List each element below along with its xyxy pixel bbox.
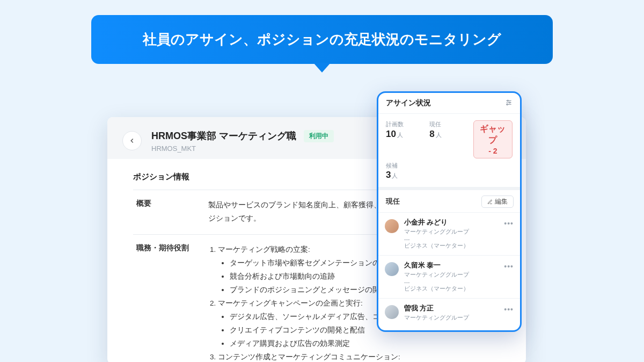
member-name: 曽我 方正 bbox=[404, 304, 469, 313]
more-icon[interactable]: ••• bbox=[504, 219, 514, 228]
status-badge: 利用中 bbox=[304, 130, 334, 142]
stat-candidate-value: 3 bbox=[386, 170, 391, 180]
member-name: 久留米 泰一 bbox=[404, 261, 469, 270]
stat-current-value: 8 bbox=[429, 129, 434, 139]
overview-label: 概要 bbox=[133, 199, 208, 226]
arrow-left-icon bbox=[128, 137, 136, 144]
position-title: HRMOS事業部 マーケティング職 bbox=[151, 129, 296, 142]
svg-point-3 bbox=[507, 100, 508, 101]
member-row[interactable]: 小金井 みどりマーケティンググループ---ビジネス（マーケター）••• bbox=[378, 212, 520, 255]
stats-grid: 計画数 10人 現任 8人 ギャップ - 2 bbox=[378, 114, 520, 162]
unit: 人 bbox=[436, 132, 442, 138]
duties-label: 職務・期待役割 bbox=[133, 243, 208, 362]
avatar bbox=[385, 305, 399, 319]
position-code: HRMOS_MKT bbox=[151, 144, 334, 153]
member-role: ビジネス（マーケター） bbox=[404, 285, 469, 293]
panel-header: アサイン状況 bbox=[378, 93, 520, 114]
hero-banner: 社員のアサイン、ポジションの充足状況のモニタリング bbox=[91, 15, 553, 64]
more-icon[interactable]: ••• bbox=[504, 305, 514, 314]
duty-bullet: メディア購買および広告の効果測定 bbox=[230, 337, 496, 351]
settings-icon[interactable] bbox=[505, 99, 513, 108]
stat-gap-label: ギャップ bbox=[476, 124, 510, 146]
member-info: 小金井 みどりマーケティンググループ---ビジネス（マーケター） bbox=[404, 218, 469, 250]
edit-label: 編集 bbox=[495, 198, 508, 206]
stat-plan-label: 計画数 bbox=[386, 120, 425, 128]
stat-gap: ギャップ - 2 bbox=[473, 120, 513, 158]
member-dash: --- bbox=[404, 279, 469, 285]
member-info: 曽我 方正マーケティンググループ bbox=[404, 304, 469, 322]
member-list-title: 現任 bbox=[386, 197, 400, 206]
panel-title: アサイン状況 bbox=[386, 98, 431, 108]
member-group: マーケティンググループ bbox=[404, 228, 469, 236]
back-button[interactable] bbox=[122, 131, 142, 150]
member-list: 小金井 みどりマーケティンググループ---ビジネス（マーケター）•••久留米 泰… bbox=[378, 212, 520, 327]
member-role: ビジネス（マーケター） bbox=[404, 242, 469, 250]
hero-text: 社員のアサイン、ポジションの充足状況のモニタリング bbox=[143, 31, 501, 47]
stat-candidate-label: 候補 bbox=[386, 162, 513, 170]
assign-status-panel: アサイン状況 計画数 10人 現任 8人 ギャップ - 2 候補 3人 現任 編… bbox=[377, 91, 522, 332]
member-group: マーケティンググループ bbox=[404, 271, 469, 279]
member-group: マーケティンググループ bbox=[404, 314, 469, 322]
more-icon[interactable]: ••• bbox=[504, 262, 514, 271]
stat-plan-value: 10 bbox=[386, 129, 396, 139]
member-list-header: 現任 編集 bbox=[378, 190, 520, 212]
member-dash: --- bbox=[404, 236, 469, 242]
avatar bbox=[385, 262, 399, 276]
stat-candidate: 候補 3人 bbox=[378, 162, 520, 187]
unit: 人 bbox=[392, 172, 398, 179]
duty-item: コンテンツ作成とマーケティングコミュニケーション:ウェブサイトコンテンツ、ブログ… bbox=[218, 351, 496, 362]
member-info: 久留米 泰一マーケティンググループ---ビジネス（マーケター） bbox=[404, 261, 469, 293]
member-row[interactable]: 曽我 方正マーケティンググループ••• bbox=[378, 298, 520, 327]
stat-current: 現任 8人 bbox=[429, 120, 469, 158]
pencil-icon bbox=[487, 199, 493, 205]
stat-current-label: 現任 bbox=[429, 120, 469, 128]
stat-plan: 計画数 10人 bbox=[386, 120, 425, 158]
member-name: 小金井 みどり bbox=[404, 218, 469, 227]
edit-button[interactable]: 編集 bbox=[481, 196, 514, 208]
svg-point-4 bbox=[509, 102, 510, 103]
member-row[interactable]: 久留米 泰一マーケティンググループ---ビジネス（マーケター）••• bbox=[378, 255, 520, 298]
stat-gap-value: - 2 bbox=[476, 147, 510, 155]
unit: 人 bbox=[397, 132, 403, 138]
avatar bbox=[385, 219, 399, 233]
svg-point-5 bbox=[507, 104, 508, 105]
